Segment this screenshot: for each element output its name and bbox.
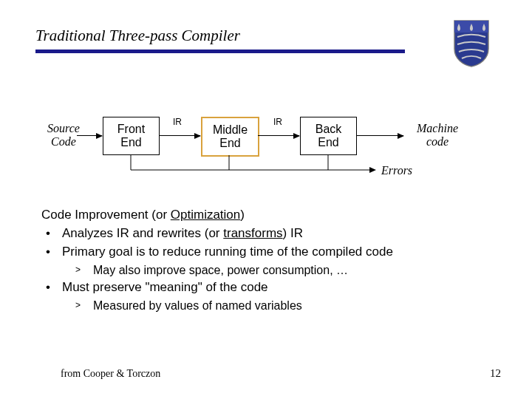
heading-pre: Code Improvement (or xyxy=(41,208,171,222)
slide-title: Traditional Three-pass Compiler xyxy=(35,27,240,45)
svg-marker-4 xyxy=(369,167,376,173)
bullet-3-sub: Measured by values of named variables xyxy=(62,298,492,314)
bullet-2: Primary goal is to reduce running time o… xyxy=(41,244,492,279)
heading-underline: Optimization xyxy=(171,208,240,222)
bullet-3: Must preserve "meaning" of the code Meas… xyxy=(41,279,492,314)
errors-label: Errors xyxy=(381,164,412,177)
errors-connector xyxy=(0,111,532,192)
body-heading: Code Improvement (or Optimization) xyxy=(41,207,492,224)
shield-crest-icon xyxy=(451,19,491,68)
slide: Traditional Three-pass Compiler Source C… xyxy=(0,0,532,399)
pipeline-diagram: Source Code Front End IR Middle End IR B… xyxy=(0,111,532,185)
bullet-2-sub: May also improve space, power consumptio… xyxy=(62,262,492,279)
bullet-1-underline: transforms xyxy=(223,226,282,240)
page-number: 12 xyxy=(490,367,501,380)
bullet-2-text: Primary goal is to reduce running time o… xyxy=(62,245,393,259)
bullet-3-sub-text: Measured by values of named variables xyxy=(93,299,302,312)
bullet-1: Analyzes IR and rewrites (or transforms)… xyxy=(41,225,492,242)
title-underline xyxy=(35,50,405,53)
footer-source: from Cooper & Torczon xyxy=(61,368,160,380)
bullet-3-text: Must preserve "meaning" of the code xyxy=(62,280,268,294)
bullet-1-pre: Analyzes IR and rewrites (or xyxy=(62,226,223,240)
body-text: Code Improvement (or Optimization) Analy… xyxy=(41,207,492,314)
heading-post: ) xyxy=(240,208,245,222)
bullet-1-post: ) IR xyxy=(283,226,303,240)
bullet-2-sub-text: May also improve space, power consumptio… xyxy=(93,264,348,276)
